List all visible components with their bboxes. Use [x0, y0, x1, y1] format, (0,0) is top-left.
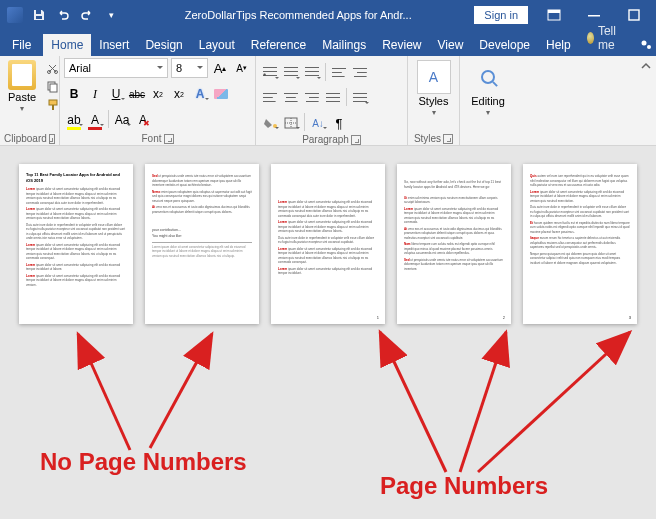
format-painter-icon[interactable] — [43, 96, 61, 112]
tab-insert[interactable]: Insert — [91, 34, 137, 56]
page-thumb-2[interactable]: Sed ut perspiciatis unde omnis iste natu… — [145, 164, 259, 324]
share-icon — [639, 38, 653, 52]
ribbon-tabs: File Home Insert Design Layout Reference… — [0, 30, 656, 56]
paragraph-dialog-launcher-icon[interactable] — [351, 135, 361, 145]
qat-customize-icon[interactable]: ▾ — [100, 4, 122, 26]
shrink-font-icon[interactable]: A▾ — [232, 58, 251, 78]
align-right-button[interactable] — [302, 88, 322, 108]
font-name-select[interactable]: Arial — [64, 58, 168, 78]
clear-format-button[interactable] — [211, 84, 231, 104]
clear-all-button[interactable]: A✖ — [133, 110, 153, 130]
page-thumb-4[interactable]: So, now without any further ado, let's c… — [397, 164, 511, 324]
strikethrough-button[interactable]: abc — [127, 84, 147, 104]
indent-icon — [353, 68, 367, 78]
underline-button[interactable]: U — [106, 84, 126, 104]
tab-references[interactable]: Reference — [243, 34, 314, 56]
redo-icon[interactable] — [76, 4, 98, 26]
tab-mailings[interactable]: Mailings — [314, 34, 374, 56]
undo-icon[interactable] — [52, 4, 74, 26]
quick-access-toolbar: ▾ — [4, 4, 122, 26]
multilevel-button[interactable] — [302, 63, 322, 83]
tab-design[interactable]: Design — [137, 34, 190, 56]
share-button[interactable]: Share — [629, 34, 656, 56]
tab-layout[interactable]: Layout — [191, 34, 243, 56]
borders-icon — [284, 117, 298, 129]
borders-button[interactable] — [281, 113, 301, 133]
svg-rect-12 — [49, 100, 57, 105]
tell-me-label: Tell me — [598, 24, 621, 52]
app-icon[interactable] — [4, 4, 26, 26]
cut-icon[interactable] — [43, 60, 61, 76]
tab-help[interactable]: Help — [538, 34, 579, 56]
superscript-button[interactable]: x2 — [169, 84, 189, 104]
svg-point-14 — [273, 124, 277, 128]
increase-indent-button[interactable] — [350, 63, 370, 83]
styles-button[interactable]: A Styles ▾ — [413, 58, 455, 119]
paste-icon — [8, 60, 36, 90]
copy-icon[interactable] — [43, 78, 61, 94]
shading-button[interactable] — [260, 113, 280, 133]
editing-button[interactable]: Editing ▾ — [467, 58, 509, 119]
outdent-icon — [332, 68, 346, 78]
font-name-value: Arial — [69, 62, 91, 74]
tab-file[interactable]: File — [0, 34, 43, 56]
svg-rect-5 — [629, 10, 639, 20]
title-bar: ▾ ZeroDollarTips Recommended Apps for An… — [0, 0, 656, 30]
decrease-indent-button[interactable] — [329, 63, 349, 83]
svg-point-7 — [647, 45, 651, 49]
annotation-page-numbers: Page Numbers — [380, 472, 548, 500]
font-size-value: 8 — [176, 62, 182, 74]
page-thumb-5[interactable]: Quis autem vel eum iure reprehenderit qu… — [523, 164, 637, 324]
bold-button[interactable]: B — [64, 84, 84, 104]
grow-font-icon[interactable]: A▴ — [211, 58, 230, 78]
clipboard-dialog-launcher-icon[interactable] — [49, 134, 55, 144]
page-number-4: 2 — [503, 315, 505, 321]
font-group-label: Font — [141, 133, 161, 144]
styles-group-label: Styles — [414, 133, 441, 144]
signin-button[interactable]: Sign in — [474, 6, 528, 24]
styles-dialog-launcher-icon[interactable] — [443, 134, 453, 144]
italic-button[interactable]: I — [85, 84, 105, 104]
ribbon-options-icon[interactable] — [536, 3, 572, 27]
align-left-icon — [263, 93, 277, 103]
sort-button[interactable]: A↓ — [308, 113, 328, 133]
numbering-button[interactable] — [281, 63, 301, 83]
svg-point-6 — [641, 41, 646, 46]
line-spacing-button[interactable] — [350, 88, 370, 108]
numbering-icon — [284, 67, 298, 79]
find-icon — [481, 70, 495, 84]
collapse-ribbon-icon[interactable] — [636, 56, 656, 78]
clipboard-group-label: Clipboard — [4, 133, 47, 144]
show-marks-button[interactable]: ¶ — [329, 113, 349, 133]
align-center-button[interactable] — [281, 88, 301, 108]
font-color-button[interactable]: A — [85, 110, 105, 130]
tab-home[interactable]: Home — [43, 34, 91, 56]
tell-me-search[interactable]: Tell me — [579, 20, 629, 56]
highlight-button[interactable]: ab — [64, 110, 84, 130]
paste-label: Paste — [8, 91, 36, 103]
svg-rect-13 — [52, 105, 54, 110]
page-thumb-3[interactable]: Lorem ipsum dolor sit amet consectetur a… — [271, 164, 385, 324]
document-title: ZeroDollarTips Recommended Apps for Andr… — [122, 9, 474, 21]
tab-developer[interactable]: Develope — [471, 34, 538, 56]
paste-button[interactable]: Paste ▾ — [4, 58, 40, 115]
text-effects-button[interactable]: A — [190, 84, 210, 104]
svg-rect-3 — [548, 10, 560, 13]
font-size-select[interactable]: 8 — [171, 58, 208, 78]
font-dialog-launcher-icon[interactable] — [164, 134, 174, 144]
justify-button[interactable] — [323, 88, 343, 108]
page-thumb-1[interactable]: Top 11 Best Family Locator Apps for Andr… — [19, 164, 133, 324]
page4-lead: So, now without any further ado, let's c… — [404, 180, 504, 190]
align-left-button[interactable] — [260, 88, 280, 108]
save-icon[interactable] — [28, 4, 50, 26]
subscript-button[interactable]: x2 — [148, 84, 168, 104]
multilevel-icon — [305, 67, 319, 79]
bulb-icon — [587, 32, 594, 44]
tab-view[interactable]: View — [430, 34, 472, 56]
tab-review[interactable]: Review — [374, 34, 429, 56]
change-case-button[interactable]: Aa — [112, 110, 132, 130]
styles-label: Styles — [419, 95, 449, 107]
bullets-button[interactable] — [260, 63, 280, 83]
page-number-3: 1 — [377, 315, 379, 321]
justify-icon — [326, 93, 340, 103]
